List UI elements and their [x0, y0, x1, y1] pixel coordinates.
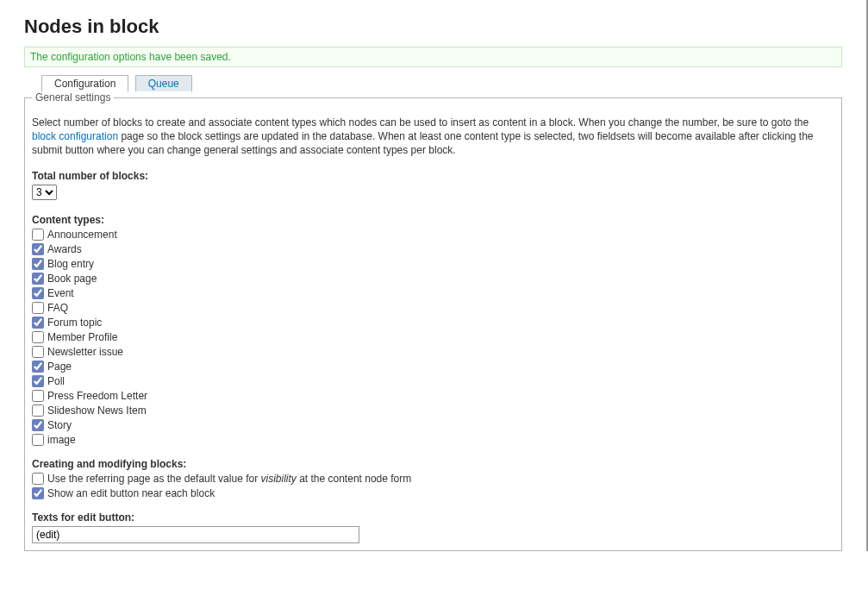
content-type-label[interactable]: Book page — [47, 273, 97, 285]
content-type-label[interactable]: Story — [47, 419, 72, 431]
content-type-row: Newsletter issue — [32, 346, 834, 358]
content-type-checkbox[interactable] — [32, 258, 44, 270]
content-type-checkbox[interactable] — [32, 404, 44, 417]
opt-editbtn-row: Show an edit button near each block — [32, 487, 834, 499]
content-type-checkbox[interactable] — [32, 317, 44, 329]
tab-configuration[interactable]: Configuration — [41, 75, 128, 92]
content-type-checkbox[interactable] — [32, 419, 44, 431]
block-configuration-link[interactable]: block configuration — [32, 130, 118, 142]
content-type-row: FAQ — [32, 302, 834, 314]
content-type-row: Press Freedom Letter — [32, 390, 834, 402]
content-type-checkbox[interactable] — [32, 375, 44, 387]
content-types-list: AnnouncementAwardsBlog entryBook pageEve… — [32, 229, 834, 446]
content-type-checkbox[interactable] — [32, 390, 44, 402]
opt-referring-label[interactable]: Use the referring page as the default va… — [47, 473, 411, 485]
creating-modifying-label: Creating and modifying blocks: — [32, 458, 834, 470]
content-type-label[interactable]: Blog entry — [47, 258, 94, 270]
fieldset-legend: General settings — [32, 91, 114, 103]
content-type-label[interactable]: FAQ — [47, 302, 68, 314]
content-type-label[interactable]: Member Profile — [47, 331, 117, 343]
content-type-label[interactable]: Event — [47, 287, 74, 299]
content-type-label[interactable]: Newsletter issue — [47, 346, 123, 358]
content-type-checkbox[interactable] — [32, 331, 44, 343]
general-settings-fieldset: General settings Select number of blocks… — [24, 91, 842, 551]
content-type-checkbox[interactable] — [32, 229, 44, 241]
content-type-label[interactable]: Announcement — [47, 229, 117, 241]
content-type-checkbox[interactable] — [32, 361, 44, 373]
opt-referring-row: Use the referring page as the default va… — [32, 473, 834, 485]
opt-editbtn-checkbox[interactable] — [32, 487, 44, 499]
tab-queue[interactable]: Queue — [135, 75, 192, 91]
content-type-checkbox[interactable] — [32, 302, 44, 314]
content-type-checkbox[interactable] — [32, 273, 44, 285]
content-type-row: Awards — [32, 243, 834, 255]
content-type-row: image — [32, 434, 834, 446]
content-type-label[interactable]: Awards — [47, 243, 82, 255]
content-type-row: Story — [32, 419, 834, 431]
tabs: Configuration Queue — [41, 74, 842, 91]
content-type-checkbox[interactable] — [32, 287, 44, 299]
content-types-label: Content types: — [32, 214, 834, 226]
content-type-checkbox[interactable] — [32, 434, 44, 446]
texts-edit-button-input[interactable] — [32, 526, 359, 543]
content-type-row: Forum topic — [32, 317, 834, 329]
content-type-checkbox[interactable] — [32, 346, 44, 358]
status-message: The configuration options have been save… — [24, 47, 842, 67]
content-type-row: Slideshow News Item — [32, 404, 834, 417]
content-type-label[interactable]: Forum topic — [47, 317, 102, 329]
content-type-row: Member Profile — [32, 331, 834, 343]
help-pre: Select number of blocks to create and as… — [32, 116, 809, 129]
content-type-label[interactable]: Page — [47, 361, 72, 373]
content-type-label[interactable]: Slideshow News Item — [47, 404, 147, 417]
content-type-label[interactable]: image — [47, 434, 76, 446]
total-blocks-label: Total number of blocks: — [32, 170, 834, 182]
page-title: Nodes in block — [24, 16, 842, 38]
content-type-row: Announcement — [32, 229, 834, 241]
content-type-row: Book page — [32, 273, 834, 285]
total-blocks-select[interactable]: 3 — [32, 185, 57, 200]
content-type-row: Poll — [32, 375, 834, 387]
content-type-row: Blog entry — [32, 258, 834, 270]
help-text: Select number of blocks to create and as… — [32, 116, 834, 158]
content-type-row: Page — [32, 361, 834, 373]
help-post: page so the block settings are updated i… — [32, 130, 814, 156]
opt-editbtn-label[interactable]: Show an edit button near each block — [47, 487, 215, 499]
content-type-row: Event — [32, 287, 834, 299]
texts-edit-button-label: Texts for edit button: — [32, 511, 834, 524]
content-type-label[interactable]: Poll — [47, 375, 65, 387]
content-type-label[interactable]: Press Freedom Letter — [47, 390, 147, 402]
content-type-checkbox[interactable] — [32, 243, 44, 255]
opt-referring-checkbox[interactable] — [32, 473, 44, 485]
